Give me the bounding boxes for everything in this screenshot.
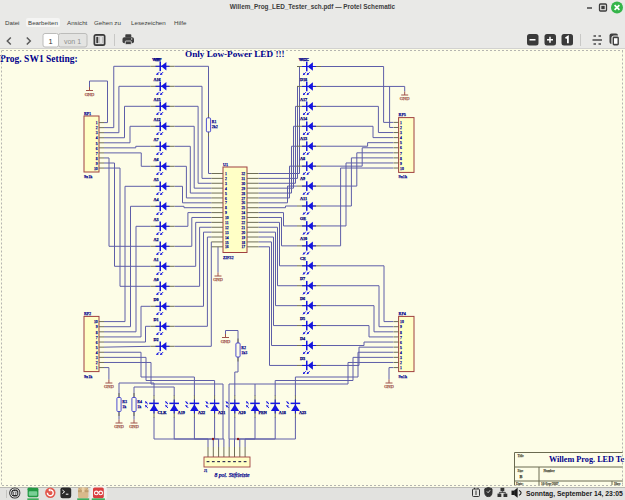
svg-text:3: 3 — [400, 356, 402, 360]
svg-text:PEN: PEN — [259, 410, 267, 415]
svg-text:21: 21 — [241, 226, 245, 230]
svg-text:1: 1 — [96, 366, 98, 370]
svg-text:15: 15 — [225, 241, 229, 245]
svg-text:GND: GND — [85, 92, 95, 97]
svg-text:1: 1 — [400, 121, 402, 125]
svg-text:RP5: RP5 — [399, 112, 406, 117]
svg-text:D4: D4 — [300, 336, 306, 341]
svg-text:7: 7 — [225, 201, 227, 205]
svg-text:14: 14 — [225, 236, 229, 240]
svg-text:32: 32 — [241, 172, 245, 176]
svg-text:2: 2 — [225, 177, 227, 181]
svg-text:11: 11 — [225, 221, 229, 225]
svg-text:5: 5 — [96, 142, 98, 146]
svg-text:1k: 1k — [122, 404, 126, 409]
svg-text:10: 10 — [225, 216, 229, 220]
svg-text:1k: 1k — [137, 404, 141, 409]
svg-text:1: 1 — [48, 37, 52, 46]
svg-text:Number: Number — [544, 469, 556, 473]
svg-text:A20: A20 — [238, 410, 245, 415]
svg-text:A9: A9 — [300, 176, 305, 181]
svg-text:8: 8 — [96, 157, 98, 161]
svg-text:A17: A17 — [300, 97, 307, 102]
svg-text:29: 29 — [241, 187, 245, 191]
svg-text:A18: A18 — [279, 410, 286, 415]
svg-text:5: 5 — [400, 141, 402, 145]
svg-text:4: 4 — [400, 136, 402, 140]
svg-text:7: 7 — [400, 152, 402, 156]
svg-text:31: 31 — [241, 177, 245, 181]
svg-text:4: 4 — [225, 187, 227, 191]
svg-text:8: 8 — [400, 331, 402, 335]
svg-text:GND: GND — [384, 384, 394, 389]
svg-text:17: 17 — [241, 245, 245, 249]
svg-text:12: 12 — [225, 226, 229, 230]
svg-text:Willem Prog. LED Te: Willem Prog. LED Te — [549, 455, 625, 464]
svg-text:A6: A6 — [154, 157, 159, 162]
svg-text:A21: A21 — [218, 410, 225, 415]
svg-text:A19: A19 — [178, 410, 185, 415]
svg-text:5: 5 — [225, 192, 227, 196]
svg-text:4: 4 — [400, 351, 402, 355]
svg-text:D1: D1 — [154, 317, 159, 322]
svg-text:A8: A8 — [300, 156, 305, 161]
svg-text:RP2: RP2 — [84, 311, 91, 316]
svg-text:24: 24 — [241, 211, 245, 215]
svg-text:9: 9 — [225, 211, 227, 215]
svg-text:9x1k: 9x1k — [84, 174, 93, 179]
svg-text:3: 3 — [400, 131, 402, 135]
svg-text:A23: A23 — [299, 410, 306, 415]
svg-text:9: 9 — [96, 325, 98, 329]
svg-text:A7: A7 — [154, 137, 159, 142]
svg-text:3: 3 — [225, 182, 227, 186]
svg-text:4: 4 — [96, 136, 98, 140]
svg-text:D7: D7 — [300, 276, 305, 281]
svg-text:CLK: CLK — [158, 410, 168, 415]
svg-text:9: 9 — [400, 325, 402, 329]
svg-text:7: 7 — [96, 152, 98, 156]
svg-text:3: 3 — [96, 356, 98, 360]
svg-text:VPP: VPP — [152, 57, 161, 62]
svg-text:von 1: von 1 — [64, 38, 81, 45]
svg-text:Prog. SW1 Setting:: Prog. SW1 Setting: — [0, 54, 78, 64]
svg-text:4: 4 — [96, 351, 98, 355]
svg-text:D6: D6 — [300, 296, 305, 301]
svg-text:A2: A2 — [154, 237, 159, 242]
svg-text:2: 2 — [400, 126, 402, 130]
svg-text:RP1: RP1 — [84, 111, 91, 116]
svg-text:Sonntag, September 14, 23:05: Sonntag, September 14, 23:05 — [526, 490, 623, 498]
svg-text:10: 10 — [94, 167, 98, 171]
svg-text:GND: GND — [129, 424, 139, 429]
svg-text:A16: A16 — [154, 77, 161, 82]
svg-text:1: 1 — [225, 172, 227, 176]
svg-text:7: 7 — [96, 336, 98, 340]
svg-text:5: 5 — [96, 346, 98, 350]
svg-text:ZIF32: ZIF32 — [223, 255, 233, 260]
svg-text:27: 27 — [241, 197, 245, 201]
svg-text:A14: A14 — [300, 116, 308, 121]
svg-text:8: 8 — [400, 157, 402, 161]
svg-text:30: 30 — [241, 182, 245, 186]
svg-text:A5: A5 — [154, 177, 159, 182]
svg-text:9x1k: 9x1k — [399, 174, 408, 179]
svg-text:A12: A12 — [154, 117, 161, 122]
svg-text:A22: A22 — [198, 410, 205, 415]
svg-text:6: 6 — [96, 341, 98, 345]
svg-text:GND: GND — [221, 339, 231, 344]
svg-text:1: 1 — [400, 366, 402, 370]
svg-text:GND: GND — [114, 424, 124, 429]
svg-text:A1: A1 — [154, 257, 159, 262]
svg-text:1k3: 1k3 — [241, 350, 247, 355]
svg-text:6: 6 — [400, 146, 402, 150]
svg-text:9x1k: 9x1k — [84, 374, 93, 379]
svg-text:8 pol. Stiftleiste: 8 pol. Stiftleiste — [215, 472, 250, 478]
svg-text:B: B — [520, 474, 523, 479]
svg-text:18: 18 — [241, 241, 245, 245]
svg-text:GND: GND — [104, 384, 114, 389]
svg-text:OE: OE — [300, 216, 306, 221]
svg-text:D0: D0 — [154, 297, 159, 302]
svg-text:RP4: RP4 — [399, 311, 407, 316]
svg-text:8: 8 — [225, 206, 227, 210]
svg-text:A10: A10 — [300, 236, 307, 241]
svg-text:26: 26 — [241, 201, 245, 205]
